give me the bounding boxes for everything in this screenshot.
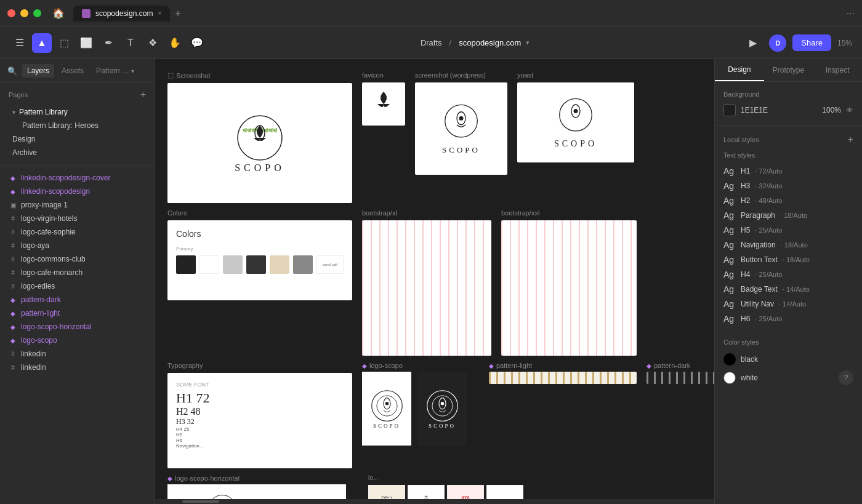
color-swatches: scroll pdf <box>176 255 344 274</box>
layer-linkedin-1[interactable]: # linkedin <box>0 347 155 361</box>
style-h6[interactable]: Ag H6 · 25/Auto <box>723 311 853 326</box>
layer-pattern-light[interactable]: ◆ pattern-light <box>0 306 155 320</box>
canvas[interactable]: ⬚ Screenshot 🌿🌿🌿🌿🌿🌿🌿🌿 <box>155 59 714 504</box>
tab-close-icon[interactable]: × <box>158 10 161 17</box>
bootstrap-xl-frame[interactable] <box>362 220 491 356</box>
style-navigation[interactable]: Ag Navigation · 18/Auto <box>723 238 853 252</box>
share-button[interactable]: Share <box>792 34 831 51</box>
style-paragraph-name: Paragraph <box>741 211 775 220</box>
logo-light-variant[interactable]: SCOPO <box>417 372 467 446</box>
minimize-button[interactable] <box>20 9 28 17</box>
layer-logo-aya[interactable]: # logo-aya <box>0 239 155 252</box>
style-h5[interactable]: Ag H5 · 25/Auto <box>723 223 853 238</box>
tab-layers[interactable]: Layers <box>22 64 54 78</box>
layer-linkedin-2[interactable]: # linkedin <box>0 361 155 374</box>
screenshot-wp-frame[interactable]: SCOPO <box>415 82 507 175</box>
layer-logo-commons[interactable]: # logo-commons-club <box>0 252 155 266</box>
play-button[interactable]: ▶ <box>743 33 763 53</box>
page-item-pattern-library[interactable]: ▾ Pattern Library <box>9 105 146 119</box>
style-h2[interactable]: Ag H2 · 48/Auto <box>723 193 853 208</box>
zoom-level[interactable]: 15% <box>837 39 852 47</box>
style-badge-text[interactable]: Ag Badge Text · 14/Auto <box>723 282 853 297</box>
layer-linkedin-cover[interactable]: ◆ linkedin-scopodesign-cover <box>0 171 155 185</box>
component-tool[interactable]: ❖ <box>143 33 163 53</box>
visibility-toggle[interactable]: 👁 <box>846 106 853 114</box>
small-logos-label: lo... <box>368 474 523 481</box>
logo-dark-variant[interactable]: SCOPO <box>362 372 411 446</box>
drafts-link[interactable]: Drafts <box>421 38 442 47</box>
pattern-light-wrapper: ◆ pattern-light <box>489 362 637 384</box>
pattern-dark-frame[interactable] <box>647 372 714 384</box>
main-area: 🔍 Layers Assets Pattern ... ▾ Pages + ▾ … <box>0 59 862 504</box>
shape-tool[interactable]: ⬜ <box>76 33 96 53</box>
tab-pattern[interactable]: Pattern ... ▾ <box>91 64 139 78</box>
help-button[interactable]: ? <box>839 370 853 385</box>
bootstrap-xxl-frame[interactable] <box>501 220 637 356</box>
tab-design[interactable]: Design <box>715 59 764 81</box>
avatar[interactable]: D <box>769 34 786 52</box>
style-ag-icon: Ag <box>723 255 736 265</box>
screenshot-frame[interactable]: 🌿🌿🌿🌿🌿🌿🌿🌿 SCOPO <box>167 83 352 203</box>
style-h1[interactable]: Ag H1 · 72/Auto <box>723 164 853 178</box>
layer-logo-cafe-sophie[interactable]: # logo-cafe-sophie <box>0 225 155 239</box>
layer-logo-cafe-monarch[interactable]: # logo-cafe-monarch <box>0 266 155 279</box>
bootstrap-xxl-label: bootstrap/xxl <box>501 209 637 217</box>
layer-logo-edies[interactable]: # logo-edies <box>0 279 155 293</box>
add-style-button[interactable]: + <box>848 134 853 145</box>
titlebar-menu-icon[interactable]: ··· <box>847 8 855 19</box>
bootstrap-xl-label: bootstrap/xl <box>362 209 491 217</box>
new-tab-button[interactable]: + <box>175 8 180 19</box>
tab-label: scopodesign.com <box>95 9 153 18</box>
yoast-frame[interactable]: SCOPO <box>517 82 634 162</box>
layer-logo-virgin[interactable]: # logo-virgin-hotels <box>0 212 155 225</box>
color-name-white: white <box>741 374 758 382</box>
close-button[interactable] <box>7 9 15 17</box>
favicon-frame[interactable] <box>362 82 405 126</box>
layer-proxy-image[interactable]: ▣ proxy-image 1 <box>0 198 155 212</box>
page-item-archive[interactable]: Archive <box>9 146 146 159</box>
current-file-name[interactable]: scopodesign.com <box>459 38 521 47</box>
colors-frame[interactable]: Colors Primary scroll pdf <box>167 220 352 300</box>
maximize-button[interactable] <box>33 9 41 17</box>
tab-favicon <box>82 9 91 18</box>
layer-linkedin-scopo[interactable]: ◆ linkedin-scopodesign <box>0 185 155 198</box>
scrollbar-thumb[interactable] <box>182 500 219 503</box>
color-style-white[interactable]: white ? <box>723 368 853 388</box>
active-tab[interactable]: scopodesign.com × <box>73 6 170 22</box>
frame-tool[interactable]: ⬚ <box>54 33 74 53</box>
breadcrumb-chevron-icon[interactable]: ▾ <box>526 39 530 47</box>
pen-tool[interactable]: ✒ <box>99 33 118 53</box>
layer-logo-scopo-horizontal[interactable]: ◆ logo-scopo-horizontal <box>0 320 155 334</box>
hand-tool[interactable]: ✋ <box>165 33 185 53</box>
move-tool[interactable]: ▲ <box>32 33 52 53</box>
logo-scopo-variants: SCOPO SCOPO <box>362 372 467 446</box>
pattern-light-frame[interactable] <box>489 372 637 384</box>
color-style-black[interactable]: black <box>723 351 853 368</box>
home-button[interactable]: 🏠 <box>49 4 68 23</box>
color-dot-white <box>723 372 736 384</box>
horizontal-scrollbar[interactable] <box>155 499 714 504</box>
comment-tool[interactable]: 💬 <box>187 33 207 53</box>
add-page-button[interactable]: + <box>140 89 146 100</box>
style-h4[interactable]: Ag H4 · 25/Auto <box>723 267 853 282</box>
style-utility-nav[interactable]: Ag Utility Nav · 14/Auto <box>723 297 853 311</box>
toolbar: ☰ ▲ ⬚ ⬜ ✒ T ❖ ✋ 💬 Drafts / scopodesign.c… <box>0 27 862 59</box>
typography-frame[interactable]: SOME FONT H1 72 H2 48 H3 32 H4 25 H5 H6 … <box>167 373 352 468</box>
search-icon[interactable]: 🔍 <box>7 66 17 76</box>
menu-button[interactable]: ☰ <box>10 33 30 53</box>
tab-assets[interactable]: Assets <box>57 64 89 78</box>
style-ag-icon: Ag <box>723 181 736 191</box>
bg-color-swatch[interactable] <box>723 104 736 116</box>
page-item-design[interactable]: Design <box>9 132 146 146</box>
layer-pattern-dark[interactable]: ◆ pattern-dark <box>0 293 155 306</box>
style-paragraph[interactable]: Ag Paragraph · 18/Auto <box>723 208 853 223</box>
text-tool[interactable]: T <box>121 33 140 53</box>
page-item-heroes[interactable]: Pattern Library: Heroes <box>9 119 146 132</box>
style-button-text[interactable]: Ag Button Text · 18/Auto <box>723 252 853 267</box>
color-name-black: black <box>741 355 758 364</box>
tab-prototype[interactable]: Prototype <box>764 60 813 81</box>
tab-inspect[interactable]: Inspect <box>813 60 862 81</box>
style-h3[interactable]: Ag H3 · 32/Auto <box>723 178 853 193</box>
layer-logo-scopo[interactable]: ◆ logo-scopo <box>0 334 155 347</box>
style-h3-name: H3 <box>741 182 750 190</box>
